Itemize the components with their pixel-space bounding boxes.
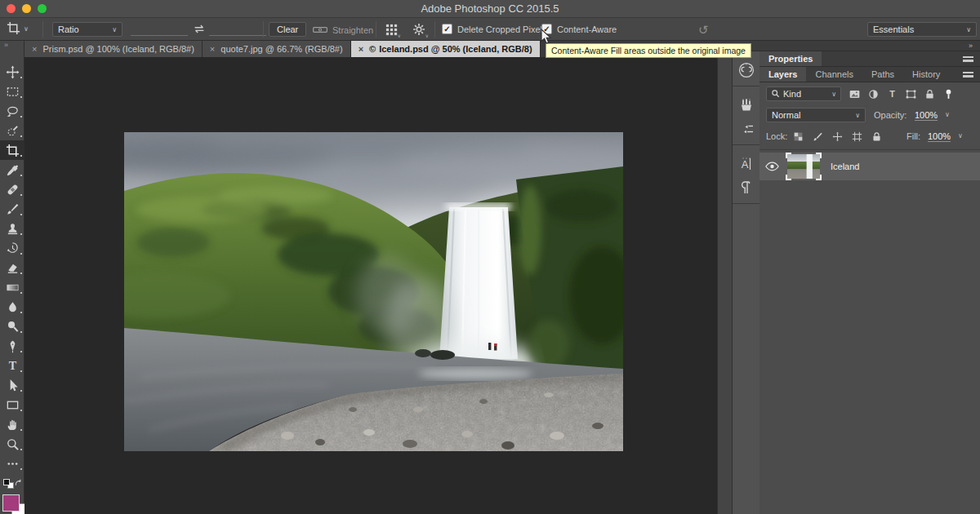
tool-hand[interactable] xyxy=(0,414,24,434)
tool-quick-selection[interactable] xyxy=(0,121,24,140)
tab-close-icon[interactable]: × xyxy=(210,44,215,54)
tool-marquee[interactable] xyxy=(0,82,24,101)
tab-paths[interactable]: Paths xyxy=(862,67,903,82)
tab-layers[interactable]: Layers xyxy=(760,67,806,82)
panel-menu-icon[interactable] xyxy=(963,72,973,78)
tool-lasso[interactable] xyxy=(0,101,24,121)
content-aware-checkbox[interactable]: ✓ Content-Aware xyxy=(541,24,617,34)
panel-menu-icon[interactable] xyxy=(963,56,973,62)
lock-position-icon[interactable] xyxy=(831,130,844,143)
tool-pen[interactable] xyxy=(0,336,24,356)
lock-label: Lock: xyxy=(766,131,787,141)
type-layers-icon[interactable]: T xyxy=(884,86,900,101)
tab-history[interactable]: History xyxy=(903,67,949,82)
shape-layers-icon[interactable] xyxy=(902,86,919,101)
swap-colors-icon[interactable] xyxy=(14,476,23,491)
adjustment-layers-icon[interactable] xyxy=(865,86,881,101)
tool-edit-toolbar[interactable] xyxy=(0,454,24,473)
tools-panel: » T xyxy=(0,41,24,514)
workspace-value: Essentials xyxy=(873,24,914,34)
crop-overlay-options-icon[interactable]: ∨ xyxy=(383,22,399,37)
layer-name[interactable]: Iceland xyxy=(831,162,859,171)
tab-close-icon[interactable]: × xyxy=(32,44,37,54)
lock-artboard-icon[interactable] xyxy=(851,130,863,143)
reset-crop-icon[interactable]: ↺ xyxy=(698,23,709,38)
lock-pixels-icon[interactable] xyxy=(812,130,824,143)
tool-eyedropper[interactable] xyxy=(0,160,24,179)
layer-thumbnail[interactable] xyxy=(787,154,820,179)
chevron-down-icon[interactable]: ∨ xyxy=(945,111,950,118)
opacity-value[interactable]: 100% xyxy=(915,110,938,121)
expand-panels-icon[interactable]: » xyxy=(969,42,973,50)
delete-cropped-pixels-label: Delete Cropped Pixels xyxy=(457,24,546,34)
filter-toggle-icon[interactable] xyxy=(940,86,956,101)
chevron-down-icon: ∨ xyxy=(960,26,971,33)
tab-properties[interactable]: Properties xyxy=(760,51,822,66)
straighten-icon[interactable] xyxy=(312,22,328,37)
chevron-down-icon[interactable]: ∨ xyxy=(958,132,963,140)
tool-brush[interactable] xyxy=(0,199,24,219)
brush-settings-icon[interactable] xyxy=(733,117,760,140)
layer-row-iceland[interactable]: Iceland xyxy=(760,153,980,180)
tool-eraser[interactable] xyxy=(0,258,24,277)
document-tab[interactable]: ×©Iceland.psd @ 50% (Iceland, RGB/8) xyxy=(351,41,541,57)
checkbox-checked-icon: ✓ xyxy=(442,24,452,34)
collapsed-panels-strip: A xyxy=(733,51,760,514)
tool-gradient[interactable] xyxy=(0,277,24,297)
tool-options-bar: ∨ Ratio ∨ Clear Straighten ∨ ∨ ✓ xyxy=(0,18,980,41)
lock-transparency-icon[interactable] xyxy=(792,130,804,143)
fill-value[interactable]: 100% xyxy=(928,131,951,142)
creative-cloud-icon[interactable] xyxy=(733,58,760,82)
tool-blur[interactable] xyxy=(0,297,24,317)
tab-close-icon[interactable]: × xyxy=(359,44,363,54)
aspect-ratio-select[interactable]: Ratio ∨ xyxy=(52,22,122,37)
straighten-button[interactable]: Straighten xyxy=(332,25,373,35)
dock-section: A xyxy=(733,145,760,204)
tool-crop[interactable] xyxy=(0,140,24,160)
checkbox-checked-icon: ✓ xyxy=(541,24,552,34)
crop-settings-gear-icon[interactable]: ∨ xyxy=(411,22,427,37)
lock-all-icon[interactable] xyxy=(871,130,883,143)
document-tab[interactable]: ×quote7.jpg @ 66.7% (RGB/8#) xyxy=(203,41,351,57)
tool-dodge[interactable] xyxy=(0,317,24,336)
tooltip: Content-Aware Fill areas outside the ori… xyxy=(546,43,751,58)
workspace-selector[interactable]: Essentials ∨ xyxy=(867,22,977,37)
document-tab[interactable]: ×Prism.psd @ 100% (Iceland, RGB/8#) xyxy=(24,41,203,57)
default-colors-icon[interactable] xyxy=(3,479,10,485)
fill-label: Fill: xyxy=(906,131,920,141)
tool-move[interactable] xyxy=(0,62,24,82)
tool-spot-healing[interactable] xyxy=(0,179,24,199)
character-icon[interactable]: A xyxy=(733,152,760,175)
swap-ratio-values-icon[interactable] xyxy=(192,24,207,36)
layer-visibility-eye-icon[interactable] xyxy=(760,162,784,171)
tool-rectangle[interactable] xyxy=(0,395,24,414)
blend-mode-value: Normal xyxy=(772,110,800,120)
crop-tool-preset[interactable]: ∨ xyxy=(7,21,29,37)
smart-objects-icon[interactable] xyxy=(921,86,938,101)
dock-gutter xyxy=(717,51,733,514)
brush-presets-icon[interactable] xyxy=(733,93,760,117)
straighten-label: Straighten xyxy=(332,25,373,35)
paragraph-icon[interactable] xyxy=(733,175,760,199)
waterfall-image xyxy=(124,132,623,451)
chevron-down-icon: ∨ xyxy=(855,112,860,119)
clear-button[interactable]: Clear xyxy=(269,22,306,37)
kind-value: Kind xyxy=(783,89,801,99)
tool-zoom[interactable] xyxy=(0,434,24,454)
tool-clone-stamp[interactable] xyxy=(0,219,24,238)
delete-cropped-pixels-checkbox[interactable]: ✓ Delete Cropped Pixels xyxy=(442,24,546,34)
ratio-height-input[interactable] xyxy=(209,24,266,36)
layer-filter-kind-select[interactable]: Kind ∨ xyxy=(766,86,841,101)
tool-type[interactable]: T xyxy=(0,356,24,375)
blend-mode-select[interactable]: Normal ∨ xyxy=(766,108,866,122)
ratio-width-input[interactable] xyxy=(131,24,188,36)
tool-path-selection[interactable] xyxy=(0,375,24,395)
tool-history-brush[interactable] xyxy=(0,238,24,258)
pixel-layers-icon[interactable] xyxy=(846,86,862,101)
toolbar-expand-icon[interactable]: » xyxy=(0,41,24,52)
tab-channels[interactable]: Channels xyxy=(806,67,862,82)
foreground-color-swatch[interactable] xyxy=(2,494,20,512)
svg-text:T: T xyxy=(889,89,895,99)
canvas-area xyxy=(24,57,717,514)
canvas-document[interactable] xyxy=(124,132,623,451)
